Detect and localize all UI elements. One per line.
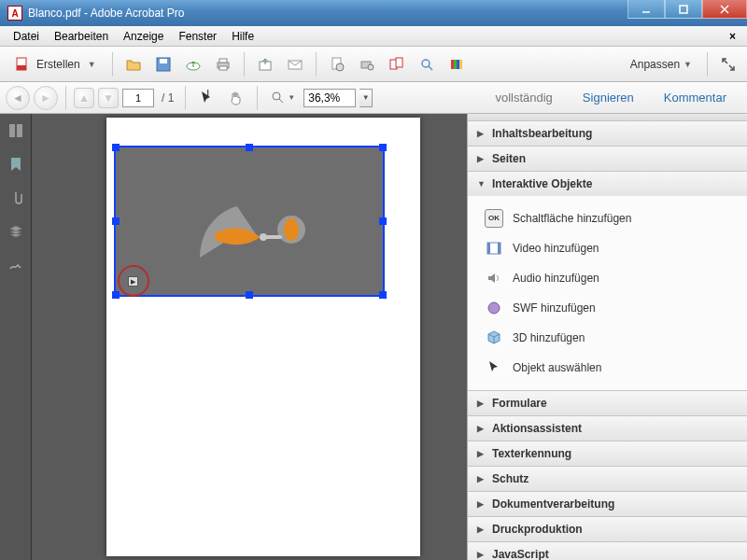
printer-icon xyxy=(215,56,232,73)
panel-pages[interactable]: ▶Seiten xyxy=(468,147,747,171)
menu-edit[interactable]: Bearbeiten xyxy=(47,28,116,45)
zoom-icon xyxy=(270,90,287,106)
panel-doc-processing[interactable]: ▶Dokumentverarbeitung xyxy=(468,492,747,516)
prev-view-button[interactable]: ◄ xyxy=(6,86,30,110)
open-button[interactable] xyxy=(120,51,147,77)
chevron-right-icon: ▶ xyxy=(477,154,486,163)
tool-select-object[interactable]: Objekt auswählen xyxy=(468,353,747,383)
separator xyxy=(185,86,186,110)
svg-rect-10 xyxy=(219,59,227,63)
resize-handle-s[interactable] xyxy=(246,291,253,299)
resize-handle-ne[interactable] xyxy=(379,144,387,151)
resize-handle-e[interactable] xyxy=(379,217,387,225)
page-down-button[interactable]: ▼ xyxy=(98,88,119,108)
close-button[interactable] xyxy=(702,0,747,19)
rainbow-icon xyxy=(448,56,465,73)
window-controls xyxy=(627,0,747,26)
tool-add-swf[interactable]: SWF hinzufügen xyxy=(468,293,747,323)
color-button[interactable] xyxy=(444,51,470,77)
separator xyxy=(65,86,66,110)
search-icon xyxy=(418,56,435,73)
chevron-down-icon: ▼ xyxy=(477,179,486,189)
signatures-tab[interactable] xyxy=(7,256,25,274)
media-play-badge[interactable]: ▶ xyxy=(128,276,138,287)
edit-text-button[interactable] xyxy=(354,51,380,77)
thumbnails-tab[interactable] xyxy=(7,121,25,140)
left-nav-rail xyxy=(0,114,32,560)
print-button[interactable] xyxy=(210,51,236,77)
film-icon xyxy=(485,239,503,258)
tool-add-audio[interactable]: Audio hinzufügen xyxy=(468,263,747,293)
selected-media-object[interactable]: ▶ xyxy=(114,146,385,297)
save-button[interactable] xyxy=(150,51,176,77)
sign-pane-button[interactable]: Signieren xyxy=(568,82,649,113)
menu-file[interactable]: Datei xyxy=(6,28,47,45)
resize-handle-se[interactable] xyxy=(379,291,387,299)
panel-print-production[interactable]: ▶Druckproduktion xyxy=(468,517,747,541)
combine-button[interactable] xyxy=(384,51,410,77)
panel-protection[interactable]: ▶Schutz xyxy=(468,467,747,491)
resize-handle-n[interactable] xyxy=(246,144,253,151)
panel-content-editing[interactable]: ▶Inhaltsbearbeitung xyxy=(468,121,747,146)
svg-rect-30 xyxy=(17,124,22,137)
email-button[interactable] xyxy=(282,51,308,77)
tools-pane-button[interactable]: vollständig xyxy=(480,82,567,113)
menu-view[interactable]: Anzeige xyxy=(116,28,171,45)
panel-forms-label: Formulare xyxy=(492,397,547,410)
document-close-button[interactable]: × xyxy=(724,30,741,43)
bookmarks-tab[interactable] xyxy=(7,155,25,174)
folder-open-icon xyxy=(125,56,142,73)
page-number-input[interactable] xyxy=(122,89,154,107)
cursor-icon: I xyxy=(198,90,215,106)
swf-icon xyxy=(485,299,503,317)
cloud-button[interactable] xyxy=(180,51,206,77)
page-count-label: / 1 xyxy=(162,91,174,105)
share-button[interactable] xyxy=(252,51,278,77)
zoom-input[interactable]: 36,3% xyxy=(303,89,356,107)
maximize-button[interactable] xyxy=(665,0,702,19)
next-view-button[interactable]: ► xyxy=(34,86,58,110)
fullscreen-button[interactable] xyxy=(715,51,741,77)
pdf-page: ▶ xyxy=(106,118,420,556)
attachments-tab[interactable] xyxy=(7,189,25,207)
comment-pane-button[interactable]: Kommentar xyxy=(649,82,741,113)
svg-rect-1 xyxy=(680,6,687,13)
expand-icon xyxy=(720,56,737,73)
panel-ocr[interactable]: ▶Texterkennung xyxy=(468,441,747,466)
right-link-bar: vollständig Signieren Kommentar xyxy=(480,82,741,113)
panel-action-wizard[interactable]: ▶Aktionsassistent xyxy=(468,416,747,441)
share-icon xyxy=(257,56,274,73)
panel-javascript-label: JavaScript xyxy=(492,548,549,560)
customize-button[interactable]: Anpassen ▼ xyxy=(623,58,699,71)
svg-rect-24 xyxy=(457,60,459,69)
panel-forms[interactable]: ▶Formulare xyxy=(468,391,747,415)
layers-tab[interactable] xyxy=(7,222,25,241)
resize-handle-sw[interactable] xyxy=(112,291,120,299)
page-up-button[interactable]: ▲ xyxy=(74,88,94,108)
export-pdf-button[interactable] xyxy=(324,51,350,77)
chevron-down-icon: ▼ xyxy=(88,60,96,69)
svg-rect-23 xyxy=(454,60,457,69)
menu-window[interactable]: Fenster xyxy=(171,28,224,45)
zoom-tool-button[interactable]: ▼ xyxy=(265,85,300,111)
tool-add-3d[interactable]: 3D hinzufügen xyxy=(468,323,747,353)
zoom-dropdown-button[interactable]: ▼ xyxy=(359,89,373,107)
resize-handle-nw[interactable] xyxy=(112,144,120,151)
minimize-button[interactable] xyxy=(627,0,665,19)
panel-javascript[interactable]: ▶JavaScript xyxy=(468,542,747,560)
panel-interactive-objects[interactable]: ▼Interaktive Objekte xyxy=(468,172,747,196)
search-button[interactable] xyxy=(414,51,440,77)
menu-help[interactable]: Hilfe xyxy=(224,28,261,45)
hand-tool-button[interactable] xyxy=(223,85,249,111)
menu-bar: Datei Bearbeiten Anzeige Fenster Hilfe × xyxy=(0,26,747,47)
resize-handle-w[interactable] xyxy=(112,217,120,225)
tool-add-button[interactable]: OKSchaltfläche hinzufügen xyxy=(468,203,747,233)
create-button[interactable]: Erstellen ▼ xyxy=(6,51,105,77)
panel-grip[interactable] xyxy=(468,114,747,121)
select-tool-button[interactable]: I xyxy=(193,85,219,111)
tool-add-video[interactable]: Video hinzufügen xyxy=(468,233,747,263)
media-preview-graphic xyxy=(172,183,340,276)
panel-pages-label: Seiten xyxy=(492,152,526,165)
document-viewport[interactable]: ▶ xyxy=(32,114,467,560)
separator xyxy=(257,86,258,110)
